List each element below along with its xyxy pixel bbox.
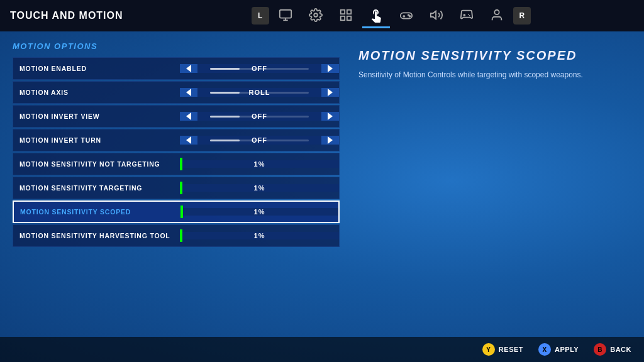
- left-arrow-motion-enabled[interactable]: [180, 64, 197, 73]
- setting-label-motion-invert-view: MOTION INVERT VIEW: [13, 112, 180, 120]
- bottom-bar: YRESETXAPPLYBBACK: [0, 337, 644, 362]
- setting-label-motion-axis: MOTION AXIS: [13, 89, 180, 96]
- svg-marker-19: [186, 89, 191, 96]
- settings-list: MOTION ENABLEDOFFMOTION AXISROLLMOTION I…: [13, 57, 340, 247]
- apply-button-icon: X: [538, 343, 551, 356]
- toggle-motion-axis: ROLL: [180, 88, 339, 97]
- slider-value-motion-sensitivity-not-targeting: 1%: [180, 160, 339, 168]
- toggle-motion-invert-view: OFF: [180, 112, 339, 121]
- svg-marker-24: [328, 136, 333, 144]
- left-arrow-motion-axis[interactable]: [180, 88, 197, 97]
- setting-label-motion-sensitivity-harvesting: MOTION SENSITIVITY HARVESTING TOOL: [13, 232, 180, 239]
- svg-rect-0: [280, 9, 291, 18]
- svg-marker-20: [328, 89, 333, 96]
- left-panel: MOTION OPTIONS MOTION ENABLEDOFFMOTION A…: [13, 41, 340, 327]
- svg-point-12: [409, 15, 410, 16]
- section-title: MOTION OPTIONS: [13, 41, 340, 51]
- back-button-icon: B: [594, 343, 606, 356]
- setting-label-motion-sensitivity-scoped: MOTION SENSITIVITY SCOPED: [14, 208, 180, 216]
- setting-row-motion-sensitivity-harvesting[interactable]: MOTION SENSITIVITY HARVESTING TOOL1%: [13, 224, 340, 247]
- svg-point-3: [314, 13, 318, 17]
- back-button[interactable]: BBACK: [594, 343, 631, 356]
- toggle-motion-invert-turn: OFF: [180, 136, 339, 145]
- page-title: TOUCH AND MOTION: [10, 10, 123, 21]
- nav-tab-r[interactable]: R: [513, 7, 531, 25]
- nav-tab-display[interactable]: [332, 3, 360, 28]
- setting-row-motion-invert-view[interactable]: MOTION INVERT VIEWOFF: [13, 105, 340, 128]
- top-bar: TOUCH AND MOTION L: [0, 0, 644, 31]
- main-content: MOTION OPTIONS MOTION ENABLEDOFFMOTION A…: [0, 31, 644, 337]
- slider-motion-sensitivity-harvesting[interactable]: 1%: [180, 232, 339, 239]
- setting-row-motion-axis[interactable]: MOTION AXISROLL: [13, 81, 340, 104]
- setting-control-motion-sensitivity-harvesting: 1%: [180, 232, 339, 239]
- right-panel: MOTION SENSITIVITY SCOPED Sensitivity of…: [358, 41, 631, 327]
- setting-control-motion-enabled: OFF: [180, 64, 339, 73]
- reset-button-label: RESET: [499, 346, 523, 353]
- nav-tab-l[interactable]: L: [252, 7, 269, 25]
- nav-tab-gamepad[interactable]: [453, 3, 480, 28]
- toggle-value-motion-enabled: OFF: [197, 65, 321, 72]
- slider-motion-sensitivity-scoped[interactable]: 1%: [180, 208, 338, 216]
- slider-motion-sensitivity-not-targeting[interactable]: 1%: [180, 160, 339, 168]
- setting-row-motion-sensitivity-targeting[interactable]: MOTION SENSITIVITY TARGETING1%: [13, 177, 340, 199]
- svg-rect-6: [341, 16, 345, 19]
- nav-tab-user[interactable]: [483, 3, 511, 28]
- reset-button[interactable]: YRESET: [482, 343, 523, 356]
- setting-row-motion-sensitivity-not-targeting[interactable]: MOTION SENSITIVITY NOT TARGETING1%: [13, 153, 340, 175]
- svg-point-15: [469, 15, 470, 16]
- svg-marker-23: [186, 136, 191, 144]
- setting-label-motion-sensitivity-targeting: MOTION SENSITIVITY TARGETING: [13, 184, 180, 192]
- nav-tabs: L R: [148, 3, 634, 28]
- toggle-value-motion-axis: ROLL: [197, 89, 321, 96]
- right-arrow-motion-invert-turn[interactable]: [321, 136, 339, 145]
- slider-value-motion-sensitivity-scoped: 1%: [180, 208, 338, 216]
- slider-value-motion-sensitivity-harvesting: 1%: [180, 232, 339, 239]
- setting-label-motion-enabled: MOTION ENABLED: [13, 65, 180, 72]
- nav-tab-monitor[interactable]: [272, 3, 299, 28]
- svg-point-16: [494, 9, 499, 14]
- setting-control-motion-invert-view: OFF: [180, 112, 339, 121]
- reset-button-icon: Y: [482, 343, 495, 356]
- apply-button[interactable]: XAPPLY: [538, 343, 579, 356]
- svg-marker-21: [186, 112, 191, 120]
- right-arrow-motion-invert-view[interactable]: [321, 112, 339, 121]
- detail-title: MOTION SENSITIVITY SCOPED: [358, 48, 631, 63]
- svg-marker-22: [328, 112, 333, 120]
- setting-control-motion-sensitivity-scoped: 1%: [180, 208, 338, 216]
- svg-marker-13: [431, 11, 436, 19]
- setting-label-motion-sensitivity-not-targeting: MOTION SENSITIVITY NOT TARGETING: [13, 160, 180, 168]
- setting-row-motion-invert-turn[interactable]: MOTION INVERT TURNOFF: [13, 129, 340, 151]
- right-arrow-motion-enabled[interactable]: [321, 64, 339, 73]
- nav-tab-controller[interactable]: [392, 3, 420, 28]
- right-arrow-motion-axis[interactable]: [321, 88, 339, 97]
- toggle-value-motion-invert-view: OFF: [197, 112, 321, 120]
- setting-row-motion-enabled[interactable]: MOTION ENABLEDOFF: [13, 57, 340, 80]
- nav-tab-gear[interactable]: [302, 3, 330, 28]
- svg-rect-5: [347, 9, 351, 13]
- svg-rect-4: [341, 9, 345, 13]
- svg-point-14: [468, 14, 469, 15]
- slider-value-motion-sensitivity-targeting: 1%: [180, 184, 339, 192]
- nav-tab-speaker[interactable]: [423, 3, 450, 28]
- left-arrow-motion-invert-view[interactable]: [180, 112, 197, 121]
- apply-button-label: APPLY: [555, 346, 579, 353]
- svg-rect-7: [347, 16, 351, 19]
- back-button-label: BACK: [610, 346, 631, 353]
- slider-motion-sensitivity-targeting[interactable]: 1%: [180, 184, 339, 192]
- svg-marker-17: [186, 65, 191, 72]
- toggle-value-motion-invert-turn: OFF: [197, 136, 321, 144]
- left-arrow-motion-invert-turn[interactable]: [180, 136, 197, 145]
- svg-marker-18: [328, 65, 333, 72]
- setting-label-motion-invert-turn: MOTION INVERT TURN: [13, 136, 180, 144]
- nav-tab-touch[interactable]: [362, 3, 390, 28]
- setting-control-motion-invert-turn: OFF: [180, 136, 339, 145]
- setting-control-motion-sensitivity-not-targeting: 1%: [180, 160, 339, 168]
- setting-row-motion-sensitivity-scoped[interactable]: MOTION SENSITIVITY SCOPED1%: [13, 200, 340, 223]
- detail-description: Sensitivity of Motion Controls while tar…: [358, 69, 597, 80]
- toggle-motion-enabled: OFF: [180, 64, 339, 73]
- setting-control-motion-sensitivity-targeting: 1%: [180, 184, 339, 192]
- setting-control-motion-axis: ROLL: [180, 88, 339, 97]
